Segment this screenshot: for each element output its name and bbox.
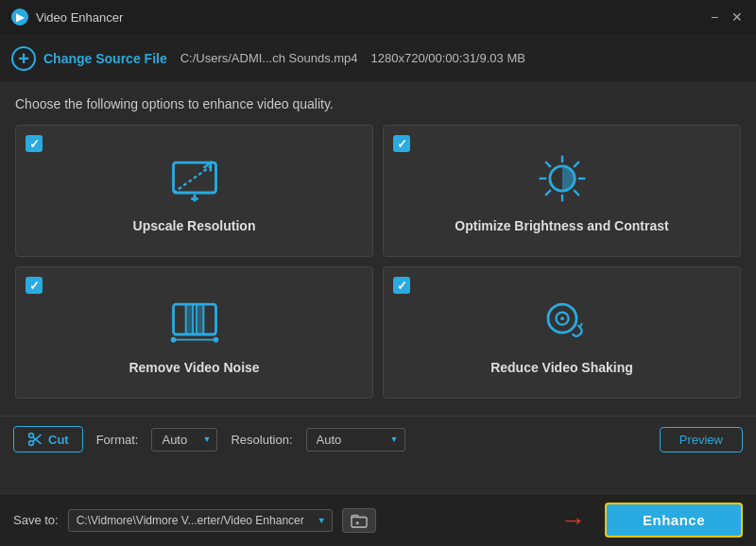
- svg-line-9: [545, 162, 551, 167]
- minimize-button[interactable]: −: [707, 9, 722, 25]
- instruction-text: Choose the following options to enhance …: [15, 96, 741, 111]
- options-grid: Upscale Resolution Optimize B: [15, 125, 741, 399]
- enhance-button[interactable]: Enhance: [605, 503, 743, 537]
- title-bar: ▶ Video Enhancer − ✕: [0, 0, 756, 34]
- shaking-icon: [532, 290, 593, 350]
- save-bar: Save to: C:\Vidmore\Vidmore V...erter/Vi…: [0, 493, 756, 546]
- source-bar: + Change Source File C:/Users/ADMI...ch …: [0, 34, 756, 83]
- brightness-label: Optimize Brightness and Contrast: [455, 218, 668, 233]
- arrow-icon: →: [559, 505, 586, 536]
- resolution-label: Resolution:: [231, 433, 292, 447]
- checkbox-brightness[interactable]: [393, 135, 410, 152]
- option-card-noise[interactable]: Remove Video Noise: [15, 266, 373, 399]
- app-icon: ▶: [11, 9, 28, 26]
- upscale-icon: [164, 148, 225, 209]
- svg-point-21: [170, 337, 176, 343]
- checkbox-upscale[interactable]: [26, 135, 43, 152]
- option-card-shaking[interactable]: Reduce Video Shaking: [383, 266, 741, 399]
- folder-icon: [351, 513, 368, 528]
- shaking-label: Reduce Video Shaking: [490, 360, 633, 375]
- brightness-icon: [532, 148, 593, 209]
- cut-label: Cut: [48, 433, 69, 447]
- source-file-meta: 1280x720/00:00:31/9.03 MB: [371, 51, 525, 65]
- format-select[interactable]: Auto MP4 AVI MOV: [151, 428, 217, 452]
- svg-line-11: [574, 162, 579, 167]
- source-file-path: C:/Users/ADMI...ch Sounds.mp4: [180, 51, 358, 65]
- change-source-button[interactable]: + Change Source File: [11, 46, 167, 71]
- option-card-upscale[interactable]: Upscale Resolution: [15, 125, 373, 257]
- option-card-brightness[interactable]: Optimize Brightness and Contrast: [383, 125, 741, 257]
- svg-point-26: [29, 441, 34, 446]
- noise-icon: [164, 290, 225, 350]
- noise-label: Remove Video Noise: [129, 360, 259, 375]
- checkbox-noise[interactable]: [26, 277, 43, 294]
- svg-point-27: [29, 434, 34, 438]
- format-label: Format:: [96, 433, 139, 447]
- cut-button[interactable]: Cut: [13, 426, 83, 452]
- window-controls: − ✕: [707, 9, 745, 25]
- save-path-select[interactable]: C:\Vidmore\Vidmore V...erter/Video Enhan…: [68, 509, 333, 532]
- svg-point-25: [560, 316, 564, 320]
- svg-line-12: [545, 190, 551, 196]
- svg-rect-30: [352, 517, 367, 527]
- close-button[interactable]: ✕: [730, 9, 745, 25]
- svg-rect-14: [185, 304, 193, 334]
- change-source-label: Change Source File: [43, 51, 167, 66]
- app-title: Video Enhancer: [36, 10, 707, 25]
- main-content: Choose the following options to enhance …: [0, 83, 756, 408]
- folder-button[interactable]: [342, 508, 376, 533]
- svg-rect-15: [196, 304, 203, 334]
- scissors-icon: [27, 432, 43, 447]
- svg-point-22: [213, 337, 218, 343]
- toolbar: Cut Format: Auto MP4 AVI MOV Resolution:…: [0, 416, 756, 462]
- upscale-label: Upscale Resolution: [133, 218, 256, 233]
- plus-circle-icon: +: [11, 46, 36, 71]
- svg-line-10: [574, 190, 579, 196]
- format-select-wrapper: Auto MP4 AVI MOV: [151, 428, 217, 452]
- checkbox-shaking[interactable]: [393, 277, 410, 294]
- svg-rect-13: [173, 304, 215, 334]
- save-to-label: Save to:: [13, 513, 59, 527]
- resolution-select[interactable]: Auto 1920x1080 1280x720 854x480: [306, 428, 405, 452]
- save-path-wrapper: C:\Vidmore\Vidmore V...erter/Video Enhan…: [68, 509, 333, 532]
- resolution-select-wrapper: Auto 1920x1080 1280x720 854x480: [306, 428, 405, 452]
- preview-button[interactable]: Preview: [660, 427, 743, 452]
